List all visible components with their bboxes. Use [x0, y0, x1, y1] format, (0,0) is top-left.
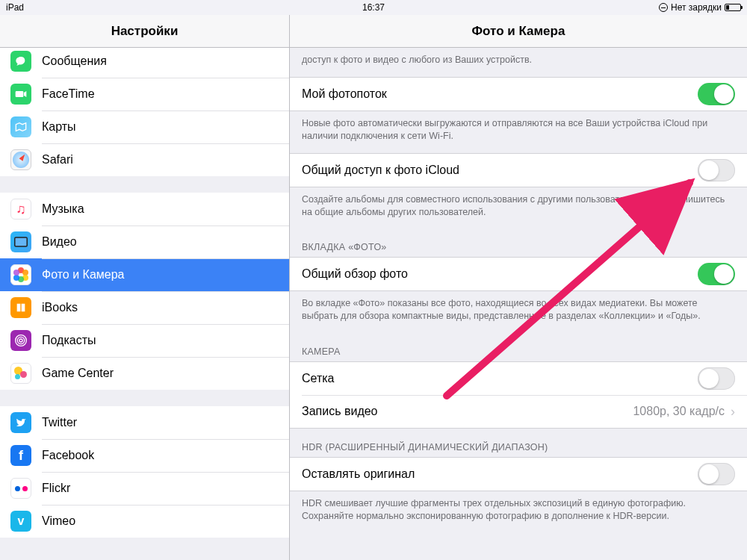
sidebar-item-gamecenter[interactable]: Game Center [0, 357, 289, 390]
keep-original-toggle[interactable] [698, 463, 735, 485]
maps-icon [10, 116, 31, 137]
sidebar-pane: Настройки Сообщения FaceTime [0, 15, 290, 560]
sidebar-item-label: Twitter [42, 416, 77, 429]
gamecenter-icon [10, 363, 31, 384]
summary-row: Общий обзор фото [290, 258, 747, 290]
sidebar-item-music[interactable]: ♫ Музыка [0, 193, 289, 225]
sidebar-item-video[interactable]: Видео [0, 225, 289, 258]
vimeo-icon: v [10, 511, 31, 532]
icloud-library-footer: доступ к фото и видео с любого из Ваших … [290, 48, 747, 77]
twitter-icon [10, 412, 31, 433]
status-bar: iPad 16:37 Нет зарядки [0, 0, 747, 15]
safari-icon [10, 149, 31, 170]
clock: 16:37 [362, 2, 385, 13]
photostream-label: Мой фотопоток [302, 87, 387, 101]
music-icon: ♫ [10, 199, 31, 220]
chevron-right-icon: › [731, 405, 735, 418]
phototab-header: ВКЛАДКА «ФОТО» [290, 228, 747, 257]
photos-icon [10, 264, 31, 285]
sidebar-item-label: Safari [42, 153, 73, 167]
phototab-footer: Во вкладке «Фото» показаны все фото, нах… [290, 291, 747, 333]
record-video-row[interactable]: Запись видео 1080p, 30 кадр/с › [290, 395, 747, 428]
sidebar-item-label: Flickr [42, 482, 70, 495]
summary-toggle[interactable] [698, 263, 735, 285]
sidebar-item-label: Facebook [42, 449, 94, 462]
sidebar-item-facebook[interactable]: f Facebook [0, 439, 289, 472]
sidebar-item-label: Карты [42, 120, 76, 134]
battery-icon [725, 4, 741, 11]
svg-point-3 [17, 337, 24, 343]
sidebar-item-label: Подкасты [42, 334, 96, 347]
icloud-sharing-toggle[interactable] [698, 159, 735, 181]
keep-original-row: Оставлять оригинал [290, 458, 747, 491]
hdr-header: HDR (РАСШИРЕННЫЙ ДИНАМИЧЕСКИЙ ДИАПАЗОН) [290, 429, 747, 457]
facebook-icon: f [10, 445, 31, 466]
sidebar-item-label: Сообщения [42, 55, 107, 68]
summary-label: Общий обзор фото [302, 267, 408, 281]
sidebar-item-label: Vimeo [42, 514, 75, 528]
facetime-icon [10, 84, 31, 105]
sidebar-item-label: iBooks [42, 301, 78, 314]
grid-toggle[interactable] [698, 367, 735, 390]
sidebar-item-label: Видео [42, 235, 77, 249]
sidebar-item-label: FaceTime [42, 87, 95, 101]
photostream-toggle[interactable] [698, 83, 735, 105]
icloud-sharing-label: Общий доступ к фото iCloud [302, 164, 459, 177]
hdr-footer: HDR смешивает лучшие фрагменты трех отде… [290, 491, 747, 533]
keep-original-label: Оставлять оригинал [302, 467, 415, 481]
detail-title: Фото и Камера [290, 15, 747, 48]
svg-rect-1 [16, 238, 27, 246]
sidebar-item-ibooks[interactable]: iBooks [0, 291, 289, 324]
ibooks-icon [10, 297, 31, 318]
video-icon [10, 231, 31, 252]
sidebar-item-label: Музыка [42, 202, 84, 216]
grid-row: Сетка [290, 362, 747, 395]
sidebar-title: Настройки [0, 15, 289, 48]
icloud-sharing-footer: Создайте альбомы для совместного использ… [290, 187, 747, 229]
charge-label: Нет зарядки [671, 2, 722, 13]
record-video-value: 1080p, 30 кадр/с [633, 405, 725, 418]
sidebar-item-vimeo[interactable]: v Vimeo [0, 505, 289, 538]
sidebar-item-photos[interactable]: Фото и Камера [0, 258, 289, 291]
sidebar-item-podcasts[interactable]: Подкасты [0, 324, 289, 357]
sidebar-item-label: Фото и Камера [42, 268, 125, 281]
do-not-charge-icon [659, 3, 668, 12]
sidebar-item-flickr[interactable]: Flickr [0, 472, 289, 505]
photostream-footer: Новые фото автоматически выгружаются и о… [290, 111, 747, 153]
device-label: iPad [6, 2, 24, 13]
record-video-label: Запись видео [302, 405, 378, 418]
sidebar-item-safari[interactable]: Safari [0, 143, 289, 176]
photostream-row: Мой фотопоток [290, 78, 747, 111]
svg-point-2 [19, 339, 22, 342]
grid-label: Сетка [302, 372, 335, 385]
detail-pane: Фото и Камера доступ к фото и видео с лю… [290, 15, 747, 560]
sidebar-item-label: Game Center [42, 367, 114, 380]
camera-header: КАМЕРА [290, 333, 747, 361]
sidebar-item-twitter[interactable]: Twitter [0, 406, 289, 439]
flickr-icon [10, 478, 31, 499]
podcasts-icon [10, 330, 31, 351]
messages-icon [10, 51, 31, 72]
sidebar-item-facetime[interactable]: FaceTime [0, 78, 289, 111]
icloud-sharing-row: Общий доступ к фото iCloud [290, 154, 747, 187]
sidebar-item-messages[interactable]: Сообщения [0, 48, 289, 78]
sidebar-item-maps[interactable]: Карты [0, 111, 289, 143]
